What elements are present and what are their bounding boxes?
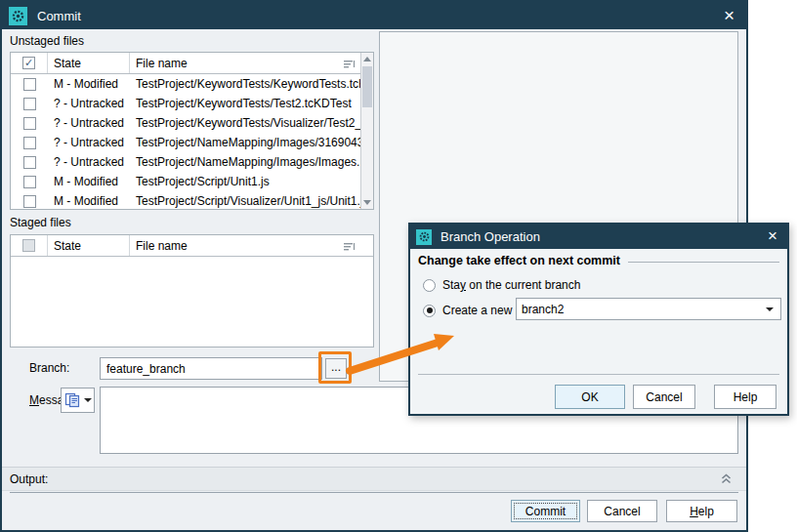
- row-checkbox[interactable]: [23, 156, 36, 169]
- branch-name-combobox[interactable]: branch2: [516, 298, 781, 320]
- scroll-down-icon[interactable]: [361, 196, 373, 209]
- scroll-up-icon[interactable]: [361, 53, 373, 65]
- unstaged-rows: M - Modified TestProject/KeywordTests/Ke…: [11, 74, 360, 209]
- radio-icon-selected[interactable]: [423, 305, 436, 317]
- group-title: Change take effect on next commit: [418, 254, 620, 267]
- commit-titlebar: Commit ×: [2, 2, 746, 29]
- dialog-title: Branch Operation: [440, 229, 540, 244]
- branch-browse-button[interactable]: ...: [325, 358, 347, 379]
- app-logo-icon: [9, 7, 27, 25]
- message-template-button[interactable]: [61, 388, 95, 413]
- select-all-checkbox-disabled: [22, 239, 35, 252]
- help-button[interactable]: Help: [666, 500, 737, 522]
- column-header-state[interactable]: State: [48, 53, 130, 73]
- footer-separator: [10, 492, 738, 493]
- cancel-button[interactable]: Cancel: [633, 385, 695, 409]
- column-header-state[interactable]: State: [48, 235, 130, 256]
- branch-operation-dialog: Branch Operation × Change take effect on…: [408, 223, 789, 416]
- table-row[interactable]: ? - Untracked TestProject/KeywordTests/T…: [11, 94, 360, 113]
- row-checkbox[interactable]: [23, 195, 36, 208]
- staged-files-label: Staged files: [10, 216, 71, 229]
- unstaged-files-label: Unstaged files: [10, 34, 84, 48]
- table-row[interactable]: M - Modified TestProject/KeywordTests/Ke…: [11, 74, 360, 94]
- branch-value: feature_branch: [106, 362, 186, 376]
- cancel-button[interactable]: Cancel: [587, 500, 657, 522]
- radio-icon[interactable]: [423, 279, 436, 292]
- output-panel-header[interactable]: Output:: [2, 467, 746, 491]
- table-row[interactable]: ? - Untracked TestProject/KeywordTests/V…: [11, 113, 360, 133]
- sort-icon[interactable]: [344, 241, 356, 255]
- commit-button[interactable]: Commit: [511, 500, 580, 522]
- row-checkbox[interactable]: [23, 137, 36, 149]
- close-icon[interactable]: ×: [768, 225, 777, 248]
- unstaged-header-row: ✓ State File name: [11, 53, 373, 74]
- row-checkbox[interactable]: [23, 98, 36, 110]
- table-row[interactable]: ? - Untracked TestProject/NameMapping/Im…: [11, 133, 360, 152]
- scrollbar-thumb[interactable]: [362, 66, 372, 107]
- column-header-filename[interactable]: File name: [130, 53, 373, 73]
- sort-icon[interactable]: [344, 59, 356, 72]
- screenshot-root: Commit × Unstaged files ✓ State File nam…: [0, 0, 797, 532]
- chevron-down-icon: [84, 398, 92, 402]
- window-title: Commit: [37, 9, 81, 23]
- branch-label: Branch:: [29, 361, 69, 375]
- dialog-titlebar: Branch Operation ×: [410, 225, 787, 249]
- column-header-filename[interactable]: File name: [130, 235, 373, 256]
- scrollbar[interactable]: [360, 53, 373, 209]
- group-line: [628, 262, 779, 263]
- group-header: Change take effect on next commit: [418, 254, 779, 267]
- radio-stay-current-branch[interactable]: Stay on the current branch: [423, 278, 580, 292]
- collapse-chevron-icon[interactable]: [720, 472, 733, 488]
- table-row[interactable]: M - Modified TestProject/Script/Visualiz…: [11, 191, 360, 209]
- table-row[interactable]: ? - Untracked TestProject/NameMapping/Im…: [11, 152, 360, 172]
- table-row[interactable]: M - Modified TestProject/Script/Unit1.js: [11, 172, 360, 191]
- row-checkbox[interactable]: [23, 78, 36, 91]
- radio-stay-label: Stay on the current branch: [442, 278, 580, 292]
- ok-button[interactable]: OK: [555, 385, 625, 409]
- branch-name-value: branch2: [522, 303, 564, 316]
- staged-files-table: State File name: [10, 234, 374, 348]
- select-all-checkbox[interactable]: ✓: [22, 57, 35, 69]
- chevron-down-icon[interactable]: [766, 307, 774, 311]
- unstaged-files-table: ✓ State File name M - Modified: [10, 52, 374, 210]
- copy-icon: [64, 392, 81, 408]
- close-icon[interactable]: ×: [724, 3, 734, 28]
- branch-field[interactable]: feature_branch: [100, 357, 322, 380]
- output-label: Output:: [10, 472, 48, 486]
- staged-header-row: State File name: [11, 235, 373, 257]
- help-button[interactable]: Help: [714, 385, 776, 409]
- row-checkbox[interactable]: [23, 117, 36, 130]
- row-checkbox[interactable]: [23, 176, 36, 188]
- dialog-separator: [418, 374, 779, 375]
- app-logo-icon: [416, 229, 432, 245]
